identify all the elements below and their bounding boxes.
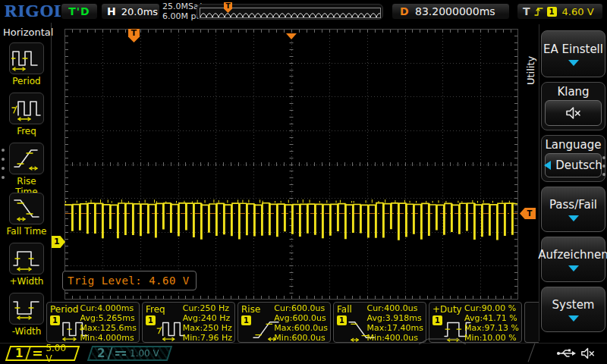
graticule-canvas [64,29,518,300]
speaker-muted-icon [565,106,582,120]
right-divider [539,24,539,341]
menu-label: Pass/Fail [549,198,597,212]
trigger-status-text: T'D [68,5,90,17]
trigger-label: T [523,5,530,17]
usb-icon [556,347,576,359]
measurement-channel-badge: 1 [241,315,251,325]
sidebar-item-freq[interactable]: Freq [6,93,47,136]
measurement-channel-badge: 1 [146,315,156,325]
sound-toggle-button[interactable] [545,100,602,126]
period-icon [11,46,42,71]
language-value: Deutsch [555,158,602,172]
menu-label: Klang [542,83,605,100]
menu-item-language[interactable]: Language Deutsch [541,135,605,182]
menu-label: Aufzeichnen [538,248,607,262]
oscilloscope-screen: RIGOL T'D H 20.0ms 25.0MSa/s 6.00M pts T… [0,0,607,364]
dc-coupling-icon [115,351,126,356]
trigger-level-value: 4.60 V [562,6,594,17]
measurement-channel-badge: 1 [432,315,442,325]
measurement-values: Cur:250 Hz Avg:240 Hz Max:250 Hz Min:7.9… [183,303,232,343]
measurement-name: +Duty [432,304,462,315]
channel-number: 1 [15,347,23,360]
channel-tab-divider [108,347,113,359]
measurement-fall[interactable]: Fall 1 Cur:400.0us Avg:3.918ms Max:17.40… [333,302,426,343]
neg-width-icon [11,296,42,322]
measurement-next-partial[interactable] [524,302,539,343]
freq-icon [11,96,42,121]
freq-icon [156,318,186,342]
pos-width-icon [11,246,42,271]
channel2-tab[interactable]: 2 1.00 V [87,346,172,361]
measurement-freq[interactable]: Freq 1 Cur:250 Hz Avg:240 Hz Max:250 Hz … [142,302,235,343]
measurement-values: Cur:90.00 % Avg:41.71 % Max:97.13 % Min:… [464,303,519,343]
bottom-right-divider [528,344,536,362]
trigger-box[interactable]: T 1 4.60 V [517,3,603,20]
measurement-name: Rise [241,304,260,315]
trig-level-readout: Trig Level: 4.60 V [62,271,197,290]
measurement-rise[interactable]: Rise 1 Cur:600.0us Avg:600.0us Max:600.0… [237,302,331,343]
rising-edge-icon [534,6,543,17]
menu-label: EA Einstell [543,42,603,56]
sidebar-item-period[interactable]: Period [6,42,47,86]
menu-item-pass-fail[interactable]: Pass/Fail [541,187,605,232]
measurement-period[interactable]: Period 1 Cur:4.000ms Avg:5.265ms Max:125… [46,302,140,343]
channel-tab-divider [26,347,31,359]
menu-label: Language [542,136,605,153]
left-menu-title: Horizontal [3,27,53,38]
menu-item-system[interactable]: System [541,287,605,332]
channel-scale: 5.00 V [46,343,70,364]
chevron-down-icon [568,60,579,66]
sidebar-label-freq: Freq [6,126,47,136]
speaker-muted-icon [580,347,596,360]
left-scroll-indicator [2,167,5,170]
language-select-button[interactable]: Deutsch [545,153,602,177]
measurement-channel-badge: 1 [50,315,60,325]
chevron-down-icon [568,215,579,221]
measurement-pos-duty[interactable]: +Duty 1 Cur:90.00 % Avg:41.71 % Max:97.1… [429,302,522,343]
measurement-name: Period [50,304,78,315]
channel1-ground-marker[interactable]: 1 [52,236,65,248]
channel-scale: 1.00 V [130,348,159,359]
sidebar-label-pos-width: +Width [6,276,47,287]
chevron-down-icon [568,265,579,271]
menu-item-klang[interactable]: Klang [541,82,605,130]
delay-value: 83.2000000ms [409,5,502,17]
left-divider [51,23,52,344]
rigol-logo: RIGOL [5,2,67,21]
measurement-name: Fall [337,304,352,315]
right-page-indicator [602,156,605,159]
measurement-values: Cur:600.0us Avg:600.0us Max:600.0us Min:… [274,303,328,343]
delay-box[interactable]: D 83.2000000ms [392,3,510,20]
sidebar-item-pos-width[interactable]: +Width [6,243,47,287]
sidebar-label-neg-width: -Width [6,326,47,337]
menu-item-ea-einstell[interactable]: EA Einstell [541,30,605,77]
trigger-level-marker[interactable]: T [520,208,536,219]
h-scale-value: 20.0ms [121,6,158,17]
horizontal-scale-box[interactable]: H 20.0ms [101,3,160,20]
fall-time-icon [11,196,42,221]
channel1-tab[interactable]: 1 5.00 V [5,346,80,361]
trigger-status-badge: T'D [61,3,98,20]
rise-time-icon [11,146,42,171]
sidebar-label-period: Period [6,76,47,86]
menu-item-aufzeichnen[interactable]: Aufzeichnen [541,237,605,282]
left-scroll-indicator [2,149,5,152]
sidebar-item-fall-time[interactable]: Fall Time [6,193,47,237]
dc-coupling-icon [33,351,42,356]
sidebar-label-fall-time: Fall Time [6,226,47,237]
measurement-values: Cur:4.000ms Avg:5.265ms Max:125.6ms Min:… [80,303,137,343]
left-scroll-indicator [2,176,5,179]
menu-label: System [552,298,595,312]
h-label: H [107,5,116,17]
chevron-left-icon [544,161,551,170]
trigger-source-badge: 1 [547,7,557,17]
sidebar-item-rise-time[interactable]: Rise Time [6,143,47,197]
right-page-indicator [602,165,605,168]
sidebar-item-neg-width[interactable]: -Width [6,293,47,337]
measurement-channel-badge: 1 [337,315,347,325]
chevron-down-icon [568,315,579,322]
channel-number: 2 [97,347,105,360]
delay-label: D [400,5,409,17]
right-page-indicator [602,173,605,176]
horizontal-center-marker [286,33,297,39]
